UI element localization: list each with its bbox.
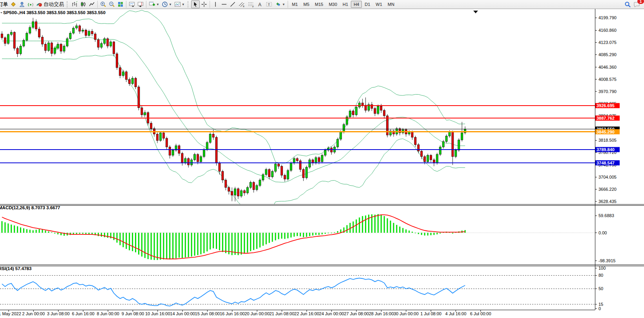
person-icon <box>19 1 25 7</box>
text-a-icon: A <box>257 1 263 7</box>
candle-body <box>29 27 31 33</box>
candle-body <box>303 170 305 178</box>
macd-axis-tick-label: 59.6883 <box>598 213 614 218</box>
trendline-tool[interactable] <box>228 0 237 8</box>
account-icon[interactable] <box>18 0 26 8</box>
bar-chart-icon <box>71 1 78 7</box>
candle-body <box>116 54 118 68</box>
chart-shift-button[interactable] <box>136 0 145 8</box>
price-level-label-text: 3845.290 <box>597 130 615 134</box>
candle-body <box>209 134 211 143</box>
time-axis-label: 3 Jun 08:00 <box>47 311 70 316</box>
timeframe-button-M15[interactable]: M15 <box>312 1 326 8</box>
chart-canvas[interactable]: 4199.7904160.8604123.0754085.2904046.360… <box>0 9 644 318</box>
time-axis-label: 6 Jul 00:00 <box>470 311 491 316</box>
timeframe-button-W1[interactable]: W1 <box>373 1 385 8</box>
price-axis-tick-label: 4008.575 <box>598 77 617 82</box>
signal-icon-button[interactable] <box>26 0 35 8</box>
line-chart-button[interactable] <box>88 0 96 8</box>
zoom-in-icon <box>100 1 106 7</box>
fibonacci-icon: F <box>248 1 255 7</box>
time-axis-label: 21 Jun 08:00 <box>269 311 294 316</box>
rsi-panel <box>0 276 595 306</box>
candle-body <box>324 150 326 155</box>
symbol-marker-icon <box>0 12 2 13</box>
timeframe-button-H1[interactable]: H1 <box>340 1 351 8</box>
candle-body <box>284 175 286 179</box>
trading-terminal-window: 订单 自动交易 <box>0 0 644 318</box>
timeframe-button-D1[interactable]: D1 <box>362 1 373 8</box>
price-level-label-text: 3789.840 <box>597 147 615 152</box>
auto-scroll-button[interactable] <box>128 0 136 8</box>
orders-button[interactable]: 订单 <box>0 0 9 8</box>
timeframe-button-M1[interactable]: M1 <box>289 1 301 8</box>
candlestick-chart-button[interactable] <box>79 0 88 8</box>
timeframe-button-M30[interactable]: M30 <box>326 1 340 8</box>
crosshair-tool-button[interactable] <box>200 0 208 8</box>
cursor-tool-button[interactable] <box>191 0 200 8</box>
new-order-icon[interactable] <box>9 0 18 8</box>
horizontal-line-tool[interactable] <box>220 0 228 8</box>
channel-tool[interactable]: E <box>237 0 246 8</box>
candle-body <box>104 38 106 43</box>
auto-scroll-icon <box>129 1 135 7</box>
arrows-tool[interactable]: ▼ <box>274 0 286 8</box>
time-axis-label: 30 Jun 00:00 <box>394 311 419 316</box>
template-button[interactable]: ▼ <box>173 0 186 8</box>
time-axis-label: 20 Jun 00:00 <box>244 311 270 316</box>
candle-body <box>76 26 78 28</box>
candle-body <box>41 37 43 44</box>
candle-body <box>455 150 457 156</box>
candle-body <box>442 141 444 147</box>
price-axis-tick-label: 3818.505 <box>598 138 617 143</box>
symbol-title: SP500-,H4 3853.550 3853.550 3853.550 385… <box>3 10 106 15</box>
time-axis-label: 10 Jun 16:00 <box>145 311 170 316</box>
price-axis-tick-label: 4046.360 <box>598 65 617 69</box>
period-button[interactable]: ▼ <box>161 0 173 8</box>
candle-body <box>293 159 295 163</box>
candle-body <box>253 182 255 190</box>
time-axis-label: 9 Jun 08:00 <box>122 311 144 316</box>
candle-body <box>60 44 62 51</box>
timeframe-button-M5[interactable]: M5 <box>301 1 312 8</box>
gold-diamond-icon <box>10 1 16 7</box>
tile-windows-button[interactable] <box>116 0 125 8</box>
svg-text:T: T <box>268 3 270 7</box>
candle-body <box>16 48 18 54</box>
text-label-tool[interactable]: T <box>265 0 274 8</box>
timeframe-button-H4[interactable]: H4 <box>351 1 362 8</box>
zoom-out-icon <box>109 1 115 7</box>
candle-body <box>69 33 71 39</box>
candle-body <box>23 40 25 46</box>
zoom-in-button[interactable] <box>99 0 108 8</box>
crosshair-icon <box>201 1 207 7</box>
candle-body <box>4 38 6 44</box>
candle-body <box>141 108 143 115</box>
time-axis-label: 6 Jun 16:00 <box>72 311 95 316</box>
time-axis-label: 15 Jun 08:00 <box>195 311 220 316</box>
autotrade-button[interactable]: 自动交易 <box>35 0 65 8</box>
bar-chart-button[interactable] <box>70 0 79 8</box>
candle-body <box>411 132 413 137</box>
new-chart-button[interactable]: ▼ <box>148 0 161 8</box>
candle-body <box>421 151 423 157</box>
candle-body <box>349 111 351 117</box>
candle-body <box>159 133 161 141</box>
text-tool[interactable]: A <box>256 0 265 8</box>
candle-body <box>184 159 186 163</box>
shift-marker-icon[interactable] <box>473 11 478 13</box>
vertical-line-icon <box>212 1 219 7</box>
candle-body <box>82 30 84 31</box>
search-button[interactable] <box>623 0 632 8</box>
candle-body <box>200 157 202 162</box>
fibonacci-tool[interactable]: F <box>246 0 256 8</box>
candle-body <box>166 138 168 147</box>
equidistant-channel-icon: E <box>238 1 245 7</box>
candle-body <box>194 154 196 160</box>
vertical-line-tool[interactable] <box>211 0 220 8</box>
candle-body <box>243 191 245 193</box>
candle-body <box>352 111 354 115</box>
zoom-out-button[interactable] <box>108 0 116 8</box>
timeframe-button-MN[interactable]: MN <box>385 1 397 8</box>
candle-body <box>262 175 264 180</box>
